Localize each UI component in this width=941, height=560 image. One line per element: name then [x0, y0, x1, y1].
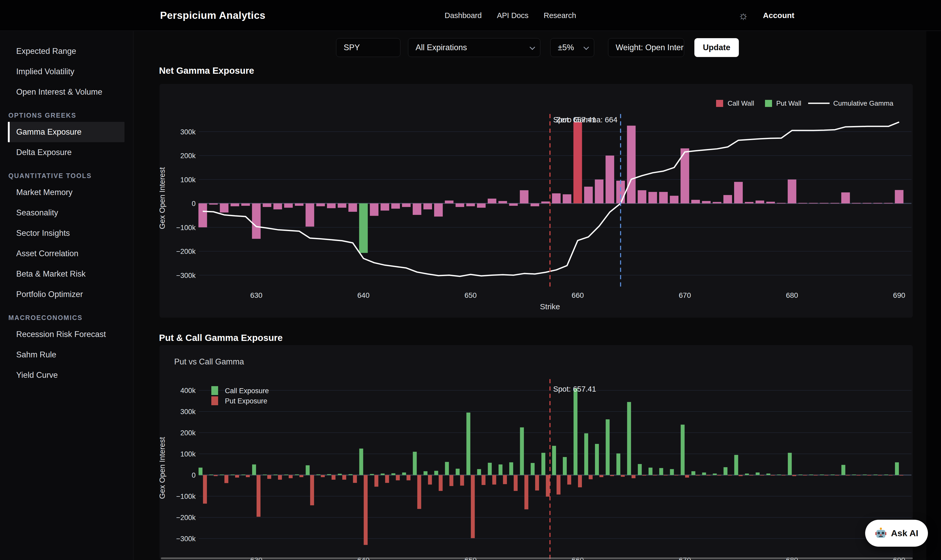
top-nav: Perspicium Analytics DashboardAPI DocsRe… [0, 0, 941, 31]
net-gamma-panel: 300k200k100k0−100k−200k−300k630640650660… [160, 84, 913, 318]
chevron-down-icon [584, 45, 589, 50]
expiration-select[interactable]: All Expirations [408, 38, 541, 57]
range-select-value: ±5% [558, 43, 574, 52]
svg-text:−100k: −100k [176, 492, 196, 500]
net-gamma-chart: 300k200k100k0−100k−200k−300k630640650660… [160, 84, 913, 318]
svg-text:−200k: −200k [176, 248, 196, 255]
sidebar-section-quantitative-tools: QUANTITATIVE TOOLS [0, 172, 133, 180]
svg-text:300k: 300k [180, 408, 196, 416]
ask-ai-button[interactable]: Ask AI [865, 520, 928, 547]
update-button[interactable]: Update [695, 38, 739, 57]
svg-text:690: 690 [893, 291, 906, 299]
sidebar-item-beta-market-risk[interactable]: Beta & Market Risk [8, 264, 125, 284]
sun-icon[interactable]: ☼ [738, 10, 748, 21]
svg-text:−300k: −300k [176, 272, 196, 280]
put-call-panel: Put vs Call Gamma 400k300k200k100k0−100k… [160, 345, 913, 560]
svg-text:670: 670 [679, 291, 691, 299]
account-button[interactable]: Account [763, 11, 794, 20]
sidebar-item-seasonality[interactable]: Seasonality [8, 203, 125, 223]
svg-text:Gex Open Interest: Gex Open Interest [160, 437, 166, 499]
vertical-scrollbar-track[interactable] [926, 31, 941, 560]
svg-text:640: 640 [357, 291, 370, 299]
svg-text:400k: 400k [180, 387, 196, 394]
net-gamma-section-title: Net Gamma Exposure [159, 65, 254, 76]
horizontal-scrollbar-thumb[interactable] [161, 557, 913, 559]
sidebar-item-expected-range[interactable]: Expected Range [8, 41, 125, 62]
svg-text:Zero Gamma: 664: Zero Gamma: 664 [556, 115, 618, 124]
put-call-section-title: Put & Call Gamma Exposure [159, 332, 283, 343]
svg-text:Put Exposure: Put Exposure [225, 397, 267, 405]
svg-text:650: 650 [465, 291, 477, 299]
svg-text:0: 0 [192, 471, 196, 479]
range-select[interactable]: ±5% [550, 38, 594, 57]
nav-links: DashboardAPI DocsResearch [445, 0, 576, 31]
svg-text:630: 630 [250, 291, 263, 299]
sidebar-item-yield-curve[interactable]: Yield Curve [8, 365, 125, 385]
svg-text:Call Wall: Call Wall [728, 99, 754, 107]
sidebar-item-delta-exposure[interactable]: Delta Exposure [8, 142, 125, 163]
weight-select[interactable]: Weight: Open Interest [608, 38, 684, 57]
put-call-chart: 400k300k200k100k0−100k−200k−300k63064065… [160, 345, 913, 560]
sidebar-item-gamma-exposure[interactable]: Gamma Exposure [8, 122, 125, 142]
nav-right: ☼ Account [738, 0, 794, 31]
sidebar-section-macroeconomics: MACROECONOMICS [0, 314, 133, 322]
svg-text:Put Wall: Put Wall [776, 99, 801, 107]
sidebar-section-options-greeks: OPTIONS GREEKS [0, 112, 133, 119]
robot-icon [875, 527, 887, 539]
ask-ai-label: Ask AI [891, 528, 918, 538]
sidebar-item-sahm-rule[interactable]: Sahm Rule [8, 345, 125, 365]
svg-text:−200k: −200k [176, 514, 196, 522]
svg-text:680: 680 [786, 291, 798, 299]
svg-text:100k: 100k [180, 176, 196, 184]
symbol-input[interactable]: SPY [336, 38, 400, 57]
svg-text:Spot: 657.41: Spot: 657.41 [553, 385, 596, 393]
sidebar-item-open-interest-volume[interactable]: Open Interest & Volume [8, 82, 125, 102]
svg-text:Strike: Strike [540, 302, 560, 311]
sidebar-item-recession-risk-forecast[interactable]: Recession Risk Forecast [8, 324, 125, 345]
svg-text:−100k: −100k [176, 224, 196, 232]
svg-text:Gex Open Interest: Gex Open Interest [160, 167, 166, 229]
sidebar-item-portfolio-optimizer[interactable]: Portfolio Optimizer [8, 284, 125, 305]
chevron-down-icon [530, 45, 535, 50]
svg-text:0: 0 [192, 200, 196, 208]
svg-text:100k: 100k [180, 450, 196, 458]
nav-link-research[interactable]: Research [544, 11, 576, 20]
svg-text:Call Exposure: Call Exposure [225, 387, 269, 395]
put-call-chart-title: Put vs Call Gamma [174, 357, 244, 366]
sidebar: Expected RangeImplied VolatilityOpen Int… [0, 31, 133, 560]
sidebar-item-market-memory[interactable]: Market Memory [8, 182, 125, 203]
svg-text:200k: 200k [180, 429, 196, 437]
svg-text:300k: 300k [180, 128, 196, 136]
nav-link-api-docs[interactable]: API Docs [497, 11, 528, 20]
svg-text:660: 660 [572, 291, 584, 299]
svg-text:200k: 200k [180, 152, 196, 160]
app-logo: Perspicium Analytics [160, 0, 265, 31]
expiration-select-value: All Expirations [416, 43, 467, 52]
svg-text:−300k: −300k [176, 535, 196, 543]
sidebar-item-implied-volatility[interactable]: Implied Volatility [8, 62, 125, 82]
nav-link-dashboard[interactable]: Dashboard [445, 11, 482, 20]
svg-text:Cumulative Gamma: Cumulative Gamma [833, 99, 893, 107]
sidebar-item-asset-correlation[interactable]: Asset Correlation [8, 243, 125, 264]
sidebar-item-sector-insights[interactable]: Sector Insights [8, 223, 125, 243]
